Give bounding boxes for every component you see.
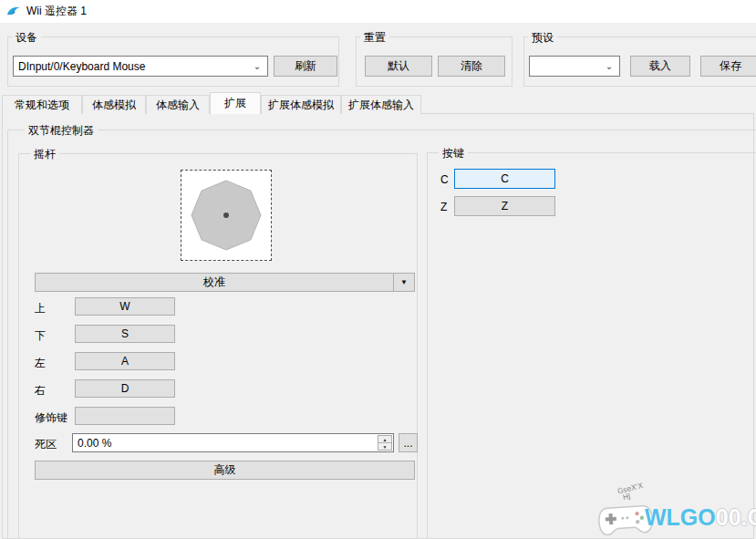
titlebar: Wii 遥控器 1 [0,0,756,23]
window-title: Wii 遥控器 1 [26,4,87,19]
map-down-label: 下 [35,328,46,344]
profile-combobox[interactable]: ⌄ [529,56,620,77]
clear-button[interactable]: 清除 [438,56,505,77]
map-modifier-button[interactable] [75,407,175,425]
default-button[interactable]: 默认 [365,56,432,77]
button-z-mapping[interactable]: Z [454,196,555,216]
spin-up-icon[interactable]: ▲ [378,436,391,443]
map-modifier-label: 修饰键 [35,410,67,426]
map-right-button[interactable]: D [75,379,175,398]
stick-indicator [181,170,272,261]
button-c-mapping[interactable]: C [454,169,555,189]
reset-group-label: 重置 [360,30,389,46]
map-left-label: 左 [35,356,46,371]
chevron-down-icon: ⌄ [247,61,267,71]
map-up-label: 上 [35,301,46,316]
calibrate-button[interactable]: 校准 ▼ [35,273,415,292]
map-left-button[interactable]: A [75,352,175,370]
tab-extension[interactable]: 扩展 [210,92,261,114]
deadzone-more-button[interactable]: ... [399,433,418,452]
tab-extension-motion-input[interactable]: 扩展体感输入 [341,95,421,114]
stick-group-label: 摇杆 [30,147,59,162]
wii-remote-config-window: Wii 遥控器 1 设备 DInput/0/Keyboard Mouse ⌄ 刷… [0,0,756,539]
tab-general-options[interactable]: 常规和选项 [2,95,82,114]
tab-extension-motion-simulation[interactable]: 扩展体感模拟 [261,95,341,114]
spin-down-icon[interactable]: ▼ [378,443,391,450]
buttons-group-label: 按键 [439,146,468,161]
map-up-button[interactable]: W [75,297,175,316]
profile-group-label: 预设 [528,30,557,46]
tab-motion-input[interactable]: 体感输入 [146,95,210,114]
deadzone-spinbox[interactable]: 0.00 % ▲ ▼ [72,433,394,452]
deadzone-value: 0.00 % [78,437,111,450]
button-c-label: C [440,173,449,186]
button-z-label: Z [440,201,447,213]
load-profile-button[interactable]: 载入 [630,56,690,77]
deadzone-spin-buttons[interactable]: ▲ ▼ [378,435,392,451]
dolphin-icon [6,5,21,19]
device-selected-value: DInput/0/Keyboard Mouse [14,60,247,73]
stick-gate-octagon [181,171,271,260]
device-combobox[interactable]: DInput/0/Keyboard Mouse ⌄ [13,56,268,77]
dropdown-arrow-icon[interactable]: ▼ [393,274,414,291]
device-group-label: 设备 [12,30,41,46]
tab-motion-simulation[interactable]: 体感模拟 [82,95,146,114]
nunchuk-group-label: 双节棍控制器 [25,123,98,139]
advanced-button[interactable]: 高级 [35,461,415,480]
map-right-label: 右 [35,383,46,399]
stick-position-dot [223,212,229,218]
calibrate-button-label: 校准 [36,274,393,291]
deadzone-label: 死区 [35,437,57,452]
refresh-button[interactable]: 刷新 [274,56,337,77]
chevron-down-icon: ⌄ [599,61,619,71]
map-down-button[interactable]: S [75,325,175,343]
save-profile-button[interactable]: 保存 [700,56,756,77]
